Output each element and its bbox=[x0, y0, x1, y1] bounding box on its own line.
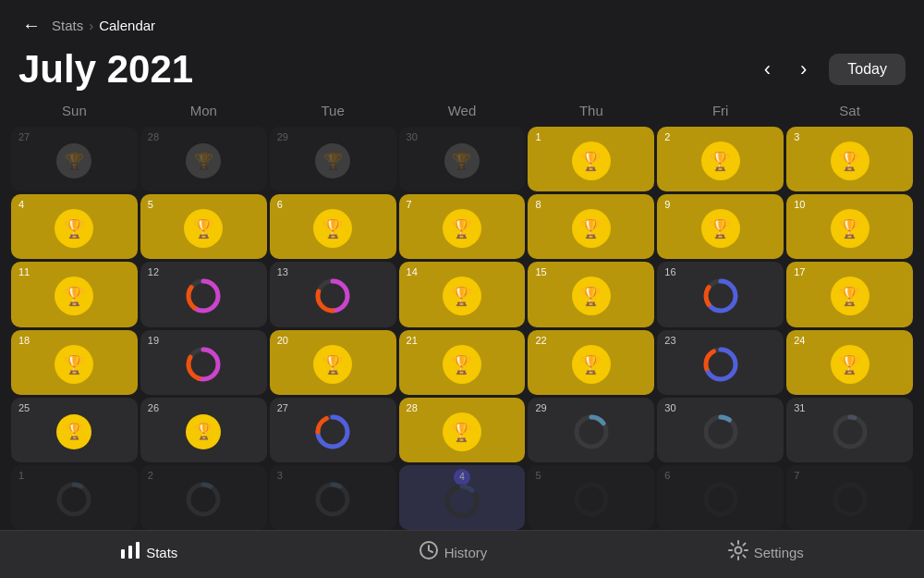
day-cell-jul25[interactable]: 25 🏆 bbox=[11, 398, 138, 462]
day-cell-aug4-today[interactable]: 4 bbox=[399, 465, 526, 530]
svg-point-22 bbox=[835, 417, 865, 447]
day-cell-aug1[interactable]: 1 bbox=[11, 465, 138, 530]
day-cell-aug3[interactable]: 3 bbox=[270, 465, 396, 530]
day-cell-jul23[interactable]: 23 bbox=[657, 330, 784, 395]
nav-label-stats: Stats bbox=[146, 545, 177, 560]
day-cell-jul31[interactable]: 31 bbox=[786, 398, 913, 462]
ring-16 bbox=[701, 277, 740, 315]
ring-31 bbox=[831, 412, 869, 451]
header: ← Stats › Calendar bbox=[0, 0, 924, 43]
day-cell-jun30[interactable]: 30 🏆 bbox=[399, 127, 526, 191]
day-cell-jul28[interactable]: 28 🏆 bbox=[399, 398, 526, 462]
day-cell-jul12[interactable]: 12 bbox=[140, 262, 267, 326]
stats-icon bbox=[120, 540, 140, 565]
svg-point-32 bbox=[577, 485, 606, 514]
day-cell-jul27[interactable]: 27 bbox=[270, 398, 396, 462]
nav-item-history[interactable]: History bbox=[419, 540, 488, 565]
today-button[interactable]: Today bbox=[829, 54, 906, 85]
bottom-nav: Stats History Settings bbox=[0, 530, 924, 578]
day-cell-jul11[interactable]: 11 🏆 bbox=[11, 262, 138, 326]
ring-13 bbox=[313, 277, 352, 315]
day-cell-jul24[interactable]: 24 🏆 bbox=[786, 330, 913, 395]
nav-item-stats[interactable]: Stats bbox=[120, 540, 177, 565]
day-cell-jun28[interactable]: 28 🏆 bbox=[140, 127, 267, 191]
week-row-6: 1 2 3 bbox=[11, 465, 913, 530]
settings-icon bbox=[728, 540, 748, 565]
day-header-fri: Fri bbox=[657, 99, 784, 122]
day-cell-jul6[interactable]: 6 🏆 bbox=[270, 194, 396, 259]
day-header-wed: Wed bbox=[399, 99, 526, 122]
week-row-4: 18 🏆 19 20 🏆 21 🏆 22 🏆 23 bbox=[11, 330, 913, 395]
ring-30 bbox=[701, 412, 740, 451]
ring-12 bbox=[184, 277, 223, 315]
ring-aug4 bbox=[443, 482, 481, 521]
day-header-sat: Sat bbox=[786, 99, 913, 122]
svg-rect-36 bbox=[128, 546, 132, 559]
day-cell-jun27[interactable]: 27 🏆 bbox=[11, 127, 138, 191]
history-icon bbox=[419, 540, 439, 565]
calendar: Sun Mon Tue Wed Thu Fri Sat 27 🏆 28 🏆 29… bbox=[0, 99, 924, 530]
day-cell-jul17[interactable]: 17 🏆 bbox=[786, 262, 913, 326]
ring-19 bbox=[184, 345, 223, 384]
breadcrumb-parent: Stats bbox=[52, 18, 83, 33]
day-cell-jul16[interactable]: 16 bbox=[657, 262, 784, 326]
day-cell-jul26[interactable]: 26 🏆 bbox=[140, 398, 267, 462]
day-cell-jul9[interactable]: 9 🏆 bbox=[657, 194, 784, 259]
nav-label-history: History bbox=[444, 545, 488, 560]
day-header-sun: Sun bbox=[11, 99, 138, 122]
day-cell-jul1[interactable]: 1 🏆 bbox=[528, 127, 654, 191]
day-cell-aug5[interactable]: 5 bbox=[528, 465, 654, 530]
day-cell-jul21[interactable]: 21 🏆 bbox=[399, 330, 526, 395]
day-cell-jul14[interactable]: 14 🏆 bbox=[399, 262, 526, 326]
next-month-button[interactable]: › bbox=[793, 54, 814, 85]
day-cell-aug2[interactable]: 2 bbox=[140, 465, 267, 530]
ring-27 bbox=[313, 412, 352, 451]
day-cell-jul19[interactable]: 19 bbox=[140, 330, 267, 395]
day-cell-jul3[interactable]: 3 🏆 bbox=[786, 127, 913, 191]
svg-point-33 bbox=[706, 485, 736, 514]
day-cell-jun29[interactable]: 29 🏆 bbox=[270, 127, 396, 191]
day-cell-jul5[interactable]: 5 🏆 bbox=[140, 194, 267, 259]
day-header-tue: Tue bbox=[270, 99, 396, 122]
day-cell-jul20[interactable]: 20 🏆 bbox=[270, 330, 396, 395]
month-nav: July 2021 ‹ › Today bbox=[0, 43, 924, 99]
svg-point-39 bbox=[735, 547, 741, 554]
day-cell-jul18[interactable]: 18 🏆 bbox=[11, 330, 138, 395]
breadcrumb: Stats › Calendar bbox=[52, 18, 155, 33]
ring-aug7 bbox=[831, 480, 869, 519]
day-cell-jul13[interactable]: 13 bbox=[270, 262, 396, 326]
ring-aug1 bbox=[55, 480, 93, 519]
svg-point-34 bbox=[835, 485, 865, 514]
day-cell-jul4[interactable]: 4 🏆 bbox=[11, 194, 138, 259]
ring-aug6 bbox=[701, 480, 740, 519]
day-cell-jul8[interactable]: 8 🏆 bbox=[528, 194, 654, 259]
day-cell-jul29[interactable]: 29 bbox=[528, 398, 654, 462]
day-cell-jul15[interactable]: 15 🏆 bbox=[528, 262, 654, 326]
day-cell-aug7[interactable]: 7 bbox=[786, 465, 913, 530]
week-row-5: 25 🏆 26 🏆 27 28 🏆 29 bbox=[11, 398, 913, 462]
svg-point-28 bbox=[318, 485, 347, 514]
ring-aug3 bbox=[313, 480, 352, 519]
week-row-2: 4 🏆 5 🏆 6 🏆 7 🏆 8 🏆 9 🏆 10 🏆 bbox=[11, 194, 913, 259]
ring-aug5 bbox=[572, 480, 611, 519]
day-cell-jul7[interactable]: 7 🏆 bbox=[399, 194, 526, 259]
ring-29 bbox=[572, 412, 611, 451]
day-headers: Sun Mon Tue Wed Thu Fri Sat bbox=[11, 99, 913, 122]
svg-point-26 bbox=[188, 485, 218, 514]
week-row-1: 27 🏆 28 🏆 29 🏆 30 🏆 1 🏆 2 🏆 3 🏆 bbox=[11, 127, 913, 191]
day-cell-jul10[interactable]: 10 🏆 bbox=[786, 194, 913, 259]
ring-23 bbox=[701, 345, 740, 384]
day-cell-aug6[interactable]: 6 bbox=[657, 465, 784, 530]
svg-rect-37 bbox=[136, 542, 140, 559]
prev-month-button[interactable]: ‹ bbox=[757, 54, 778, 85]
week-row-3: 11 🏆 12 13 14 bbox=[11, 262, 913, 326]
nav-item-settings[interactable]: Settings bbox=[728, 540, 804, 565]
back-button[interactable]: ← bbox=[18, 11, 44, 40]
day-header-mon: Mon bbox=[140, 99, 267, 122]
day-cell-jul2[interactable]: 2 🏆 bbox=[657, 127, 784, 191]
day-cell-jul30[interactable]: 30 bbox=[657, 398, 784, 462]
day-header-thu: Thu bbox=[528, 99, 654, 122]
day-cell-jul22[interactable]: 22 🏆 bbox=[528, 330, 654, 395]
ring-aug2 bbox=[184, 480, 223, 519]
nav-label-settings: Settings bbox=[754, 545, 804, 560]
